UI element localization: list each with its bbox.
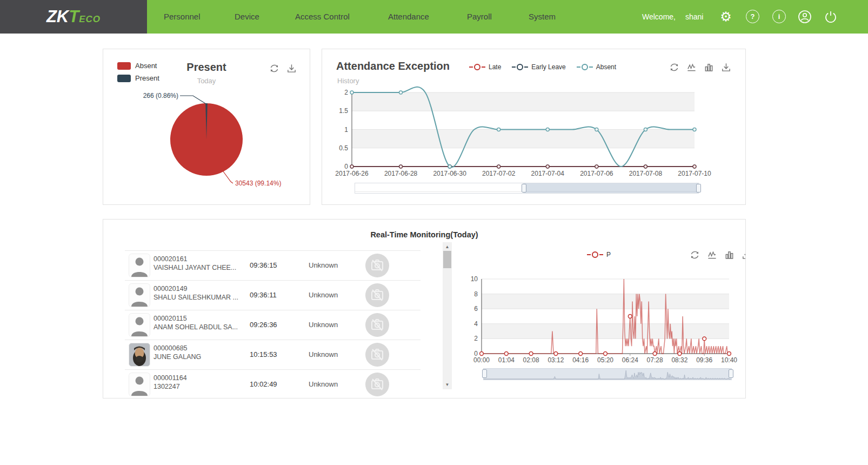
person-avatar [129, 283, 150, 307]
nav-item-device[interactable]: Device [235, 0, 259, 34]
svg-text:2017-07-02: 2017-07-02 [482, 170, 516, 177]
punch-status: Unknown [309, 350, 338, 358]
welcome-label: Welcome, [642, 0, 676, 34]
bar-chart-icon[interactable] [724, 250, 735, 260]
person-id: 000000685 [153, 344, 188, 352]
realtime-datazoom-slider[interactable] [483, 368, 732, 380]
refresh-icon[interactable] [669, 62, 679, 72]
svg-text:1.5: 1.5 [339, 107, 348, 115]
svg-text:0: 0 [344, 163, 348, 170]
datazoom-left-handle[interactable] [482, 369, 487, 378]
datazoom-right-handle[interactable] [696, 184, 701, 192]
svg-text:09:36: 09:36 [696, 356, 712, 364]
monitoring-list-item[interactable]: 000001164 1302247 10:02:49 Unknown [125, 369, 420, 398]
scroll-thumb[interactable] [443, 251, 451, 268]
svg-text:06:24: 06:24 [622, 356, 638, 364]
nav-item-system[interactable]: System [529, 0, 556, 34]
nav-item-payroll[interactable]: Payroll [467, 0, 492, 34]
person-id: 000001164 [153, 374, 187, 382]
late-marker-icon [474, 64, 480, 70]
download-icon[interactable] [742, 250, 746, 260]
monitoring-list-item[interactable]: 000000685 JUNE GALANG 10:15:53 Unknown [125, 340, 420, 369]
line-chart-icon[interactable] [686, 62, 697, 72]
datazoom-selection[interactable] [523, 183, 698, 193]
person-name: VAISHALI JAYANT CHEE... [153, 264, 236, 271]
person-id: 000020115 [153, 315, 187, 322]
svg-text:2017-06-26: 2017-06-26 [335, 170, 369, 177]
svg-text:2017-07-10: 2017-07-10 [678, 170, 711, 177]
svg-text:01:04: 01:04 [498, 356, 515, 364]
monitoring-event-list: 000020161 VAISHALI JAYANT CHEE... 09:36:… [125, 250, 420, 398]
punch-time: 10:02:49 [250, 380, 277, 388]
person-name: ANAM SOHEL ABDUL SA... [153, 323, 238, 331]
present-pie-chart: 266 (0.86%)30543 (99.14%) [103, 49, 310, 204]
zkteco-logo: ZKTECO [46, 7, 101, 26]
scroll-up-arrow[interactable]: ▲ [443, 242, 452, 251]
chart-legend: P [587, 251, 611, 258]
no-photo-camera-icon [365, 343, 389, 367]
download-icon[interactable] [721, 62, 731, 72]
svg-text:2017-07-04: 2017-07-04 [531, 170, 565, 177]
punch-time: 09:36:11 [250, 291, 277, 299]
list-scrollbar[interactable]: ▲ ▼ [443, 242, 452, 389]
card-title: Real-Time Monitoring(Today) [103, 230, 745, 239]
card-title: Attendance Exception [336, 60, 450, 72]
person-avatar [129, 254, 150, 277]
no-photo-camera-icon [365, 283, 389, 307]
scroll-down-arrow[interactable]: ▼ [443, 380, 452, 389]
refresh-icon[interactable] [690, 250, 700, 260]
realtime-line-chart: 024681000:0001:0402:0803:1204:1605:2006:… [460, 263, 741, 371]
legend-item-early-leave[interactable]: Early Leave [512, 63, 565, 71]
exception-datazoom-slider[interactable] [355, 183, 699, 194]
svg-text:10:40: 10:40 [721, 356, 737, 364]
svg-text:07:28: 07:28 [647, 356, 663, 364]
legend-item-absent[interactable]: Absent [577, 63, 616, 71]
person-id: 000020161 [153, 255, 188, 263]
punch-status: Unknown [309, 261, 338, 269]
svg-text:0.5: 0.5 [339, 144, 348, 152]
line-chart-icon[interactable] [707, 250, 717, 260]
present-today-card: Absent Present Present Today 266 (0.86%)… [103, 49, 310, 205]
monitoring-list-item[interactable]: 000020115 ANAM SOHEL ABDUL SA... 09:26:3… [125, 310, 420, 340]
svg-text:1: 1 [344, 126, 348, 134]
user-profile-icon[interactable] [797, 9, 813, 25]
svg-text:2017-06-30: 2017-06-30 [433, 170, 466, 177]
chart-legend: Late Early Leave Absent [469, 63, 616, 71]
punch-time: 09:26:36 [250, 321, 277, 329]
svg-text:08:32: 08:32 [671, 356, 687, 364]
no-photo-camera-icon [365, 373, 389, 396]
nav-item-personnel[interactable]: Personnel [164, 0, 201, 34]
svg-text:2017-07-06: 2017-07-06 [580, 170, 613, 177]
bar-chart-icon[interactable] [704, 62, 714, 72]
p-marker-icon [592, 251, 598, 258]
datazoom-left-handle[interactable] [522, 184, 526, 192]
no-photo-camera-icon [365, 313, 389, 337]
svg-text:03:12: 03:12 [547, 356, 564, 364]
absent-marker-icon [582, 64, 588, 70]
punch-time: 09:36:15 [250, 261, 277, 269]
svg-text:8: 8 [474, 290, 478, 298]
power-logout-icon[interactable] [823, 9, 839, 25]
punch-time: 10:15:53 [250, 350, 277, 358]
username[interactable]: shani [685, 0, 703, 34]
help-icon[interactable]: ? [746, 10, 759, 23]
nav-item-access-control[interactable]: Access Control [295, 0, 350, 34]
monitoring-list-item[interactable]: 000020149 SHALU SAILESHKUMAR ... 09:36:1… [125, 280, 420, 310]
monitoring-list-item[interactable]: 000020161 VAISHALI JAYANT CHEE... 09:36:… [125, 250, 420, 280]
svg-text:05:20: 05:20 [597, 356, 613, 364]
legend-item-late[interactable]: Late [469, 63, 501, 71]
svg-text:10: 10 [471, 275, 478, 283]
punch-status: Unknown [309, 291, 338, 299]
realtime-monitoring-card: Real-Time Monitoring(Today) 000020161 VA… [103, 219, 746, 398]
person-id: 000020149 [153, 285, 188, 293]
info-icon[interactable]: i [772, 10, 786, 23]
nav-item-attendance[interactable]: Attendance [388, 0, 429, 34]
svg-text:2: 2 [474, 335, 478, 342]
settings-gear-icon[interactable]: ⚙ [718, 9, 734, 25]
svg-text:02:08: 02:08 [523, 356, 539, 364]
person-avatar [129, 373, 150, 396]
person-name: JUNE GALANG [153, 353, 201, 361]
datazoom-right-handle[interactable] [729, 369, 733, 378]
brand-logo[interactable]: ZKTECO [0, 0, 147, 34]
legend-item-p[interactable]: P [587, 251, 611, 258]
